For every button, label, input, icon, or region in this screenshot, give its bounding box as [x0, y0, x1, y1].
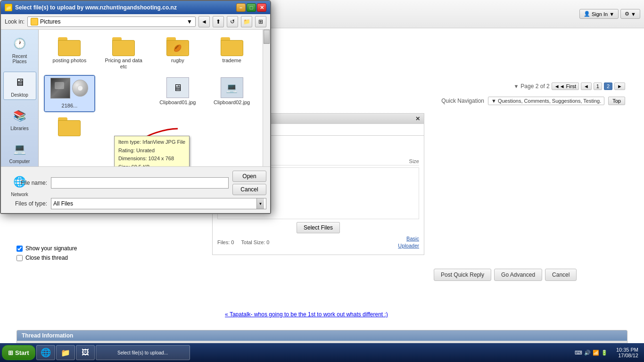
folder-pricing-label: Pricing and data etc [105, 58, 142, 70]
folder-posting-photos[interactable]: posting photos [44, 35, 95, 72]
file-clipboard01[interactable]: 🖥 Clipboard01.jpg [153, 75, 203, 111]
folder-icon-trademe [221, 37, 243, 56]
recent-places-label: Recent Places [5, 54, 34, 64]
dialog-controls: – □ ✕ [236, 3, 266, 12]
taskbar-dialog-btn[interactable]: Select file(s) to upload... [96, 345, 190, 360]
page-2-btn[interactable]: 2 [604, 82, 612, 90]
place-computer[interactable]: 💻 Computer [3, 139, 36, 166]
computer-icon: 💻 [11, 140, 28, 157]
network-label: Network [11, 192, 28, 197]
desktop-label: Desktop [11, 92, 28, 98]
taskbar-ie-btn[interactable]: 🌐 [36, 345, 55, 360]
start-button[interactable]: ⊞ Start [2, 345, 35, 360]
folder-rugby[interactable]: 🏉 rugby [153, 35, 203, 72]
dialog-taskbar-label: Select file(s) to upload... [117, 350, 168, 355]
person-icon: 👤 [584, 11, 590, 17]
thread-info-header: Thread Information [17, 330, 627, 341]
tooltip-line4: Size: 69.5 KB [118, 163, 185, 166]
close-thread-row: Close this thread [17, 255, 77, 261]
show-signature-label: Show your signature [25, 245, 77, 252]
next-page-btn[interactable]: ► [614, 82, 625, 90]
battery-icon: 🔋 [601, 350, 608, 356]
speaker-icon: 🔊 [584, 350, 591, 356]
libraries-label: Libraries [10, 126, 28, 131]
tapatalk-link[interactable]: « Tapatalk- whos going to be the 1st to … [225, 311, 388, 318]
folder-posting-label: posting photos [53, 58, 87, 64]
refresh-btn[interactable]: ↺ [227, 16, 238, 27]
prev-page-btn[interactable]: ◄ [581, 82, 592, 90]
maximize-btn[interactable]: □ [247, 3, 256, 12]
open-btn[interactable]: Open [232, 171, 266, 182]
go-advanced-btn[interactable]: Go Advanced [494, 269, 542, 281]
files-scrollbar[interactable] [263, 30, 270, 166]
dialog-title: 📁 Select file(s) to upload by www.nzhunt… [5, 4, 177, 11]
basic-link[interactable]: Basic [398, 235, 419, 242]
explorer-icon: 📁 [61, 348, 70, 357]
first-page-btn[interactable]: ◄◄ First [552, 82, 579, 90]
top-btn[interactable]: Top [608, 97, 625, 105]
files-scrollbar-thumb[interactable] [264, 30, 270, 44]
select-files-btn[interactable]: Select Files [297, 222, 340, 233]
up-folder-btn[interactable]: ⬆ [213, 16, 224, 27]
folder-icon-rugby: 🏉 [166, 37, 189, 56]
taskbar: ⊞ Start 🌐 📁 🖼 Select file(s) to upload..… [0, 343, 644, 362]
close-thread-checkbox[interactable] [17, 255, 23, 261]
file-clipboard02[interactable]: 💻 Clipboard02.jpg [206, 75, 257, 111]
selected-file-preview [50, 78, 88, 101]
clipboard02-thumbnail: 💻 [221, 77, 243, 98]
folder-trademe-label: trademe [222, 58, 241, 64]
post-quick-reply-btn[interactable]: Post Quick Reply [434, 269, 491, 281]
folder-icon [31, 18, 38, 25]
keyboard-icon: ⌨ [575, 350, 582, 356]
chevron-settings-icon: ▼ [631, 11, 636, 17]
place-desktop[interactable]: 🖥 Desktop [3, 72, 36, 100]
page-1-btn[interactable]: 1 [594, 82, 602, 90]
folder-pricing-data[interactable]: Pricing and data etc [99, 35, 149, 72]
upload-footer: Files: 0 Total Size: 0 Basic Uploader [217, 233, 419, 250]
thread-info: Thread Information There are currently 1… [17, 330, 627, 343]
taskbar-explorer-btn[interactable]: 📁 [56, 345, 75, 360]
close-btn[interactable]: ✕ [257, 3, 266, 12]
photo-icon: 🖼 [82, 348, 89, 357]
dialog-action-btns: Open Cancel [232, 171, 266, 195]
upload-close-btn[interactable]: ✕ [415, 115, 420, 122]
dialog-toolbar: Look in: Pictures ▼ ◄ ⬆ ↺ 📁 ⊞ [1, 14, 270, 30]
new-folder-btn[interactable]: 📁 [241, 16, 252, 27]
quick-nav-dropdown[interactable]: ▼ Questions, Comments, Suggestions, Test… [488, 97, 604, 105]
sign-in-btn[interactable]: 👤 Sign In ▼ [579, 9, 619, 19]
show-signature-checkbox[interactable] [17, 246, 23, 252]
dialog-cancel-btn[interactable]: Cancel [232, 184, 266, 195]
file-type-row: Files of type: All Files ▼ [5, 198, 266, 209]
clipboard01-label: Clipboard01.jpg [159, 99, 196, 106]
place-recent[interactable]: 🕐 Recent Places [3, 33, 36, 66]
tooltip-line3: Dimensions: 1024 x 768 [118, 155, 185, 163]
combo-arrow: ▼ [256, 198, 264, 209]
thumbnail-image [50, 78, 70, 99]
clipboard02-label: Clipboard02.jpg [214, 99, 250, 106]
tooltip-line2: Rating: Unrated [118, 147, 185, 155]
desktop-icon: 🖥 [11, 74, 28, 91]
combo-arrow-icon: ▼ [187, 18, 192, 25]
file-type-combo[interactable]: All Files ▼ [51, 198, 266, 209]
cancel-btn[interactable]: Cancel [545, 269, 577, 281]
uploader-link[interactable]: Uploader [398, 242, 419, 249]
file-2186[interactable]: 2186... [44, 75, 95, 111]
filename-input[interactable] [51, 177, 229, 189]
signature-area: Show your signature Close this thread [17, 245, 77, 261]
view-btn[interactable]: ⊞ [255, 16, 266, 27]
folder-icon-pricing [112, 37, 135, 56]
minimize-btn[interactable]: – [236, 3, 246, 12]
action-buttons: Post Quick Reply Go Advanced Cancel [434, 269, 577, 281]
back-btn[interactable]: ◄ [198, 16, 210, 27]
file-tooltip: Item type: IrfanView JPG File Rating: Un… [114, 136, 190, 166]
quick-nav: Quick Navigation ▼ Questions, Comments, … [441, 97, 625, 105]
taskbar-photo-btn[interactable]: 🖼 [76, 345, 95, 360]
settings-btn[interactable]: ⚙ ▼ [620, 9, 640, 19]
folder-trademe[interactable]: trademe [206, 35, 257, 72]
folder-rugby-label: rugby [171, 58, 184, 64]
folder-extra[interactable] [44, 115, 95, 138]
place-libraries[interactable]: 📚 Libraries [3, 106, 36, 133]
computer-label: Computer [9, 159, 30, 164]
look-in-combo[interactable]: Pictures ▼ [27, 16, 196, 27]
file-dialog: 📁 Select file(s) to upload by www.nzhunt… [0, 0, 271, 214]
